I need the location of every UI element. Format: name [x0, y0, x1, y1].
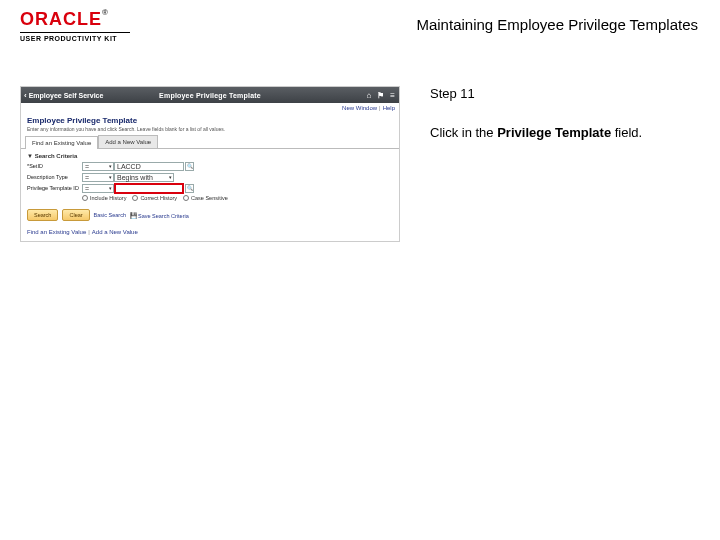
- flag-icon[interactable]: ⚑: [377, 91, 384, 100]
- priv-template-lookup-icon[interactable]: 🔍: [185, 184, 194, 193]
- topbar-icons: ⌂ ⚑ ≡: [366, 91, 395, 100]
- product-line-label: USER PRODUCTIVITY KIT: [20, 35, 150, 42]
- trademark-symbol: ®: [102, 8, 109, 17]
- setid-label: *SetID: [27, 163, 82, 169]
- case-sensitive-checkbox[interactable]: Case Sensitive: [183, 195, 228, 201]
- options-row: Include History Correct History Case Sen…: [27, 195, 393, 201]
- clear-button[interactable]: Clear: [62, 209, 89, 221]
- priv-template-highlight: [114, 183, 184, 194]
- row-priv-template: Privilege Template ID =▾ 🔍: [27, 183, 393, 193]
- instruction-bold: Privilege Template: [497, 125, 611, 140]
- new-window-link[interactable]: New Window: [342, 105, 377, 111]
- section-title: Employee Privilege Template: [21, 113, 399, 126]
- brand-logo-block: ORACLE® USER PRODUCTIVITY KIT: [20, 10, 150, 42]
- home-icon[interactable]: ⌂: [366, 91, 371, 100]
- basic-search-link[interactable]: Basic Search: [94, 212, 126, 218]
- priv-template-op-select[interactable]: =▾: [82, 184, 114, 193]
- chevron-down-icon: ▾: [109, 174, 112, 180]
- setid-op-select[interactable]: =▾: [82, 162, 114, 171]
- embedded-app: ‹ Employee Self Service Employee Privile…: [20, 86, 400, 242]
- tabs: Find an Existing Value Add a New Value: [21, 135, 399, 149]
- priv-template-input[interactable]: [116, 185, 182, 192]
- button-row: Search Clear Basic Search Save Search Cr…: [21, 205, 399, 225]
- help-link[interactable]: Help: [383, 105, 395, 111]
- chevron-down-icon: ▾: [109, 185, 112, 191]
- correct-history-checkbox[interactable]: Correct History: [132, 195, 177, 201]
- row-setid: *SetID =▾ LACCD 🔍: [27, 161, 393, 171]
- search-criteria: ▼ Search Criteria *SetID =▾ LACCD 🔍 Desc…: [21, 149, 399, 205]
- tab-add-new[interactable]: Add a New Value: [98, 135, 158, 148]
- search-criteria-heading: ▼ Search Criteria: [27, 153, 393, 159]
- setid-input[interactable]: LACCD: [114, 162, 184, 171]
- footer-links: Find an Existing Value|Add a New Value: [21, 225, 399, 241]
- tab-find-existing[interactable]: Find an Existing Value: [25, 136, 98, 149]
- header: ORACLE® USER PRODUCTIVITY KIT Maintainin…: [0, 0, 720, 46]
- instruction-after: field.: [611, 125, 642, 140]
- desc-type-value-select[interactable]: Begins with▾: [114, 173, 174, 182]
- save-search-link[interactable]: Save Search Criteria: [130, 212, 189, 219]
- oracle-logo: ORACLE®: [20, 10, 109, 28]
- section-subtitle: Enter any information you have and click…: [21, 126, 399, 135]
- priv-template-label: Privilege Template ID: [27, 185, 82, 191]
- instruction-column: Step 11 Click in the Privilege Template …: [400, 86, 700, 242]
- instruction-text: Click in the Privilege Template field.: [430, 125, 700, 140]
- screenshot-column: ‹ Employee Self Service Employee Privile…: [20, 86, 400, 242]
- search-button[interactable]: Search: [27, 209, 58, 221]
- row-desc-type: Description Type =▾ Begins with▾: [27, 172, 393, 182]
- chevron-down-icon: ▾: [169, 174, 172, 180]
- instruction-before: Click in the: [430, 125, 497, 140]
- include-history-checkbox[interactable]: Include History: [82, 195, 126, 201]
- logo-divider: [20, 32, 130, 33]
- page-title: Maintaining Employee Privilege Templates: [150, 10, 700, 33]
- chevron-down-icon: ▾: [109, 163, 112, 169]
- setid-lookup-icon[interactable]: 🔍: [185, 162, 194, 171]
- brand-name: ORACLE: [20, 9, 102, 29]
- sub-links: New Window | Help: [21, 103, 399, 113]
- footer-find-link[interactable]: Find an Existing Value: [27, 229, 86, 235]
- desc-type-label: Description Type: [27, 174, 82, 180]
- menu-icon[interactable]: ≡: [390, 91, 395, 100]
- app-title: Employee Privilege Template: [21, 92, 399, 99]
- desc-type-op-select[interactable]: =▾: [82, 173, 114, 182]
- step-label: Step 11: [430, 86, 700, 101]
- app-topbar: ‹ Employee Self Service Employee Privile…: [21, 87, 399, 103]
- footer-add-link[interactable]: Add a New Value: [92, 229, 138, 235]
